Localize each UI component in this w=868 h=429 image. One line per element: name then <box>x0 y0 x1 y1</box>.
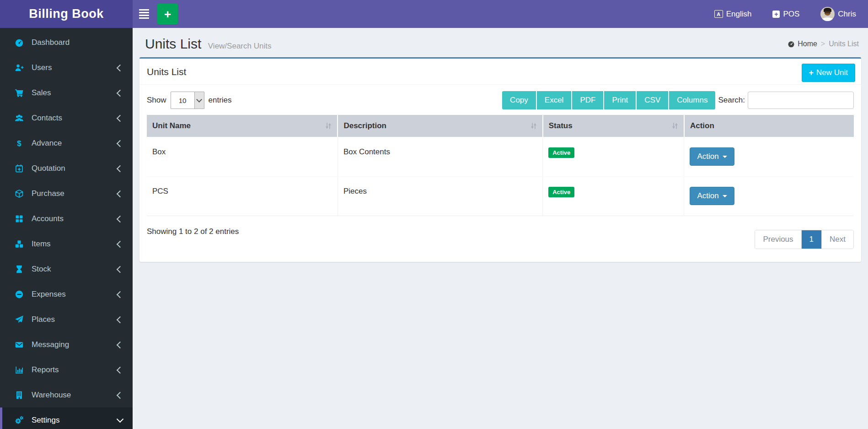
caret-down-icon <box>723 195 727 197</box>
paper-plane-icon <box>14 315 24 324</box>
column-header-action: Action <box>684 115 854 137</box>
sidebar-item-label: Dashboard <box>32 38 123 47</box>
sort-icon <box>672 122 678 130</box>
page-length-select[interactable]: 10 <box>171 92 204 109</box>
sidebar-item-label: Purchase <box>32 189 118 198</box>
pdf-button[interactable]: PDF <box>572 91 603 109</box>
sidebar-item-sales[interactable]: Sales <box>0 80 133 105</box>
chevron-down-icon <box>194 92 204 109</box>
breadcrumb-home-link[interactable]: Home <box>788 40 817 48</box>
app-title: Billing Book <box>29 7 104 21</box>
avatar <box>820 7 835 21</box>
column-header-description[interactable]: Description <box>338 115 542 137</box>
sidebar-item-expenses[interactable]: Expenses <box>0 282 133 307</box>
caret-down-icon <box>723 156 727 158</box>
cart-icon <box>14 88 24 98</box>
description-cell: Pieces <box>338 177 542 216</box>
sidebar-item-places[interactable]: Places <box>0 307 133 332</box>
chevron-left-icon <box>117 190 124 197</box>
print-button[interactable]: Print <box>604 91 636 109</box>
dashboard-icon <box>14 38 24 47</box>
sidebar-item-messaging[interactable]: Messaging <box>0 332 133 357</box>
hourglass-icon <box>14 265 24 274</box>
envelope-icon <box>14 340 24 349</box>
pagination-page-1-button[interactable]: 1 <box>802 230 822 249</box>
sidebar-item-label: Advance <box>32 139 118 148</box>
excel-button[interactable]: Excel <box>537 91 572 109</box>
row-action-button[interactable]: Action <box>690 147 734 166</box>
unit-name-cell: PCS <box>147 177 338 216</box>
sidebar-item-advance[interactable]: $ Advance <box>0 130 133 156</box>
chevron-left-icon <box>117 165 124 172</box>
chevron-left-icon <box>117 140 124 147</box>
people-icon <box>14 114 24 123</box>
sidebar-item-contacts[interactable]: Contacts <box>0 105 133 130</box>
sidebar-item-users[interactable]: Users <box>0 55 133 80</box>
sidebar-item-label: Settings <box>32 416 118 425</box>
sidebar-toggle-button[interactable] <box>133 0 155 28</box>
building-icon <box>14 391 24 400</box>
chevron-left-icon <box>117 89 124 97</box>
sidebar-menu: Dashboard Users Sales <box>0 28 133 429</box>
search-input[interactable] <box>748 92 854 109</box>
sidebar: Billing Book Dashboard Users <box>0 0 133 429</box>
pagination: Previous 1 Next <box>755 230 854 249</box>
chevron-left-icon <box>117 391 124 399</box>
sidebar-item-dashboard[interactable]: Dashboard <box>0 30 133 55</box>
sort-icon <box>325 122 332 130</box>
copy-button[interactable]: Copy <box>502 91 536 109</box>
table-info-text: Showing 1 to 2 of 2 entries <box>147 227 239 236</box>
sidebar-item-label: Stock <box>32 265 118 274</box>
sidebar-item-label: Contacts <box>32 114 118 123</box>
quick-add-button[interactable]: + <box>157 4 178 24</box>
table-row: Box Box Contents Active Action <box>147 137 854 177</box>
page-length-control: Show 10 entries <box>147 92 232 109</box>
page-heading: Units List View/Search Units <box>145 36 271 52</box>
chevron-left-icon <box>117 240 124 248</box>
units-table: Unit Name Description Status <box>147 115 854 216</box>
sidebar-item-label: Accounts <box>32 214 118 223</box>
chevron-left-icon <box>117 215 124 223</box>
pagination-next-button[interactable]: Next <box>822 230 853 249</box>
column-header-status[interactable]: Status <box>543 115 684 137</box>
chevron-left-icon <box>117 114 124 122</box>
new-unit-button[interactable]: + New Unit <box>802 64 855 82</box>
page-subtitle: View/Search Units <box>208 42 272 50</box>
sidebar-item-items[interactable]: Items <box>0 231 133 256</box>
csv-button[interactable]: CSV <box>637 91 668 109</box>
column-header-unit-name[interactable]: Unit Name <box>147 115 338 137</box>
pos-button[interactable]: POS <box>772 10 799 19</box>
search-label: Search: <box>718 96 745 105</box>
sidebar-item-stock[interactable]: Stock <box>0 256 133 282</box>
chevron-left-icon <box>117 341 124 348</box>
grid-icon <box>14 214 24 223</box>
sidebar-item-label: Users <box>32 63 118 72</box>
chevron-left-icon <box>117 266 124 273</box>
sidebar-item-purchase[interactable]: Purchase <box>0 181 133 206</box>
page-title: Units List <box>145 36 201 51</box>
columns-button[interactable]: Columns <box>669 91 715 109</box>
sidebar-item-label: Quotation <box>32 164 118 173</box>
language-icon <box>714 10 723 18</box>
sidebar-item-label: Sales <box>32 88 118 98</box>
sidebar-item-settings[interactable]: Settings <box>0 407 133 429</box>
sidebar-item-accounts[interactable]: Accounts <box>0 206 133 231</box>
sidebar-item-quotation[interactable]: Quotation <box>0 156 133 181</box>
chevron-left-icon <box>117 366 124 374</box>
app-window: Billing Book Dashboard Users <box>0 0 868 429</box>
language-label: English <box>726 10 752 19</box>
language-menu[interactable]: English <box>714 10 752 19</box>
sidebar-item-reports[interactable]: Reports <box>0 357 133 382</box>
user-menu[interactable]: Chris <box>820 7 856 21</box>
chevron-left-icon <box>117 64 124 71</box>
pagination-previous-button[interactable]: Previous <box>755 230 801 249</box>
show-label: Show <box>147 96 166 105</box>
sidebar-item-warehouse[interactable]: Warehouse <box>0 382 133 407</box>
panel-title: Units List <box>147 66 186 77</box>
home-dashboard-icon <box>788 40 795 48</box>
app-logo[interactable]: Billing Book <box>0 0 133 28</box>
user-name: Chris <box>838 10 856 19</box>
gears-icon <box>14 416 24 425</box>
chevron-left-icon <box>117 291 124 298</box>
row-action-button[interactable]: Action <box>690 187 734 205</box>
